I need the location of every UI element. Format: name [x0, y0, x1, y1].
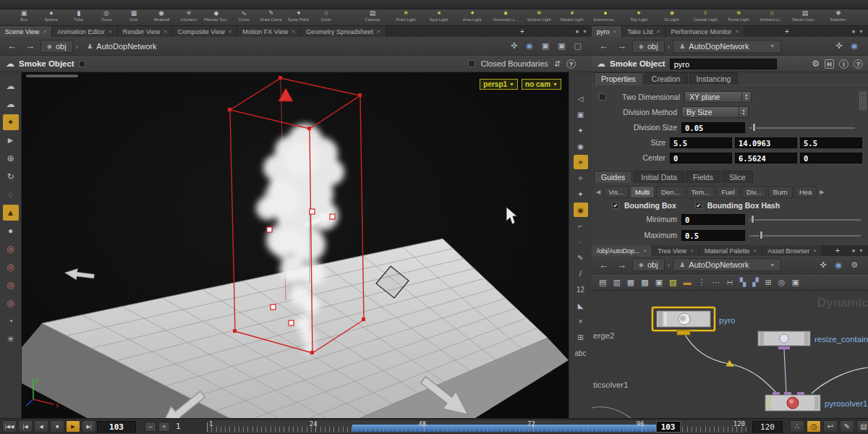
- tab-close-icon[interactable]: ×: [613, 28, 617, 35]
- breadcrumb-network-dropdown[interactable]: ♟ AutoDopNetwork ▼: [673, 40, 781, 53]
- breadcrumb-obj[interactable]: ◈ obj: [41, 40, 73, 53]
- forward-arrow-icon[interactable]: →: [614, 260, 629, 271]
- size-field[interactable]: 5.5: [800, 137, 862, 148]
- frame-increment-button[interactable]: +: [158, 422, 170, 432]
- checkbox-checked[interactable]: ✔: [695, 202, 702, 209]
- minimum-field[interactable]: 0: [681, 214, 745, 225]
- compass-icon[interactable]: ◉: [526, 41, 533, 51]
- network-tool-icon[interactable]: ▥: [613, 278, 620, 287]
- shelf-tool[interactable]: ✧ Caustic Light: [689, 9, 722, 26]
- display-option-icon[interactable]: ⌐: [574, 218, 588, 233]
- size-field[interactable]: 14.0963: [735, 137, 797, 148]
- breadcrumb-obj[interactable]: ◈ obj: [632, 258, 665, 271]
- playback-option-button[interactable]: ✎: [840, 420, 854, 433]
- pane-maximize-icon[interactable]: ■: [576, 29, 579, 34]
- shelf-tool[interactable]: ✦ Sky Light: [622, 9, 655, 26]
- tab-close-icon[interactable]: ×: [229, 28, 232, 35]
- display-option-icon[interactable]: ▣: [574, 107, 588, 122]
- drag-handle[interactable]: [859, 91, 867, 110]
- display-option-icon[interactable]: ◉: [574, 139, 588, 153]
- pane-menu-icon[interactable]: ▼: [859, 248, 864, 253]
- scene-viewport[interactable]: y x persp1 ▼ no cam ▼: [22, 72, 569, 418]
- pane-tab[interactable]: Composite View ×: [173, 26, 238, 37]
- field-tab[interactable]: Vis...: [603, 186, 629, 198]
- shelf-tool[interactable]: ✦ Area Light: [456, 9, 489, 26]
- shelf-tool[interactable]: ▮ Tube: [65, 9, 93, 26]
- shelf-tool[interactable]: ★ Geometry L...: [489, 9, 522, 26]
- transport-button[interactable]: ▶: [66, 420, 80, 433]
- filter-sort-icon[interactable]: ⇵: [554, 59, 561, 69]
- shelf-tool[interactable]: ▤ Stereo Cam...: [788, 9, 822, 26]
- shelf-tool[interactable]: ✳ LSystem: [175, 9, 203, 26]
- viewport-top-slider[interactable]: [26, 75, 78, 77]
- pane-tab[interactable]: pyro ×: [592, 26, 622, 37]
- shelf-tool[interactable]: ∿ Curve: [230, 9, 258, 26]
- pin-icon[interactable]: ✜: [511, 41, 517, 51]
- display-option-icon[interactable]: ✧: [574, 171, 588, 185]
- help-icon[interactable]: ?: [566, 59, 576, 69]
- pane-tab[interactable]: Performance Monitor ×: [665, 26, 744, 37]
- network-tool-icon[interactable]: ◎: [778, 278, 786, 287]
- display-option-icon[interactable]: ∙: [574, 234, 588, 249]
- division-size-slider[interactable]: [749, 122, 855, 132]
- shelf-tool[interactable]: ✎ Draw Curve: [258, 9, 285, 26]
- pane-maximize-icon[interactable]: ■: [852, 248, 855, 253]
- shelf-tab-strip[interactable]: [0, 0, 868, 9]
- tab-close-icon[interactable]: ×: [690, 247, 694, 254]
- tab-close-icon[interactable]: ×: [813, 247, 817, 254]
- viewport-name-button[interactable]: persp1 ▼: [480, 79, 518, 90]
- node-resize-contain[interactable]: resize_contain: [758, 331, 868, 349]
- center-field[interactable]: 0: [670, 153, 732, 163]
- cubes-icon[interactable]: ▣: [558, 41, 565, 51]
- tab-close-icon[interactable]: ×: [43, 28, 46, 35]
- info-icon[interactable]: i: [839, 59, 848, 69]
- node-pyrosolver1[interactable]: pyrosolver1: [765, 392, 867, 411]
- maximum-slider[interactable]: [749, 230, 861, 240]
- viewport-tool-icon[interactable]: ⊕: [3, 150, 19, 166]
- display-option-icon[interactable]: ☀: [574, 155, 588, 169]
- division-method-dropdown[interactable]: By Size ▲▼: [681, 106, 749, 118]
- center-field[interactable]: 6.5624: [735, 153, 797, 163]
- shelf-tool[interactable]: ☀ Portal Light: [722, 9, 755, 26]
- field-tab[interactable]: Multi: [630, 186, 655, 198]
- new-tab-button[interactable]: +: [780, 26, 794, 37]
- viewport-tool-icon[interactable]: ▲: [3, 205, 19, 221]
- field-tab[interactable]: Fuel: [716, 186, 739, 198]
- new-tab-button[interactable]: +: [515, 26, 529, 37]
- display-option-icon[interactable]: ◣: [574, 298, 588, 312]
- pane-tab[interactable]: Take List ×: [622, 26, 665, 37]
- tab-close-icon[interactable]: ×: [163, 28, 167, 35]
- pane-tab[interactable]: Geometry Spreadsheet ×: [301, 26, 386, 37]
- network-tool-icon[interactable]: ⋯: [712, 278, 720, 287]
- current-frame-field[interactable]: 103: [97, 421, 136, 433]
- display-option-icon[interactable]: ✎: [574, 250, 588, 265]
- network-tool-icon[interactable]: ▨: [669, 278, 676, 287]
- transport-button[interactable]: ◀: [34, 420, 48, 433]
- display-option-icon[interactable]: ◉: [574, 203, 588, 217]
- pane-maximize-icon[interactable]: ■: [852, 29, 855, 34]
- size-field[interactable]: 5.5: [670, 137, 732, 148]
- display-option-icon[interactable]: ✦: [574, 123, 588, 137]
- field-tab[interactable]: Tem...: [686, 186, 715, 198]
- display-option-icon[interactable]: abc: [574, 346, 588, 360]
- network-tool-icon[interactable]: ▣: [655, 278, 663, 287]
- viewport-tool-icon[interactable]: ◎: [3, 259, 19, 275]
- viewport-tool-icon[interactable]: ◎: [3, 295, 19, 311]
- viewport-tool-icon[interactable]: ☁: [3, 96, 19, 112]
- division-size-field[interactable]: 0.05: [681, 122, 745, 133]
- shelf-tool[interactable]: ✶ Spot Light: [422, 9, 456, 26]
- shelf-tool[interactable]: ◆ Platonic Sol...: [203, 9, 230, 26]
- playback-option-button[interactable]: ◷: [807, 420, 821, 433]
- pane-tab[interactable]: Asset Browser ×: [762, 245, 822, 256]
- pane-tab[interactable]: Render View ×: [118, 26, 173, 37]
- transport-button[interactable]: ■: [50, 420, 64, 433]
- section-tab[interactable]: Slice: [722, 171, 753, 183]
- new-tab-button[interactable]: +: [830, 245, 845, 256]
- shelf-tool[interactable]: ❖ Switcher: [822, 9, 855, 26]
- network-tool-icon[interactable]: ▤: [599, 278, 606, 287]
- gear-icon[interactable]: ⚙: [851, 260, 858, 270]
- field-tab[interactable]: Den...: [656, 186, 684, 198]
- transport-button[interactable]: |◀: [18, 420, 33, 433]
- playhead[interactable]: 103: [656, 421, 681, 433]
- shelf-tool[interactable]: ◎ Torus: [93, 9, 120, 26]
